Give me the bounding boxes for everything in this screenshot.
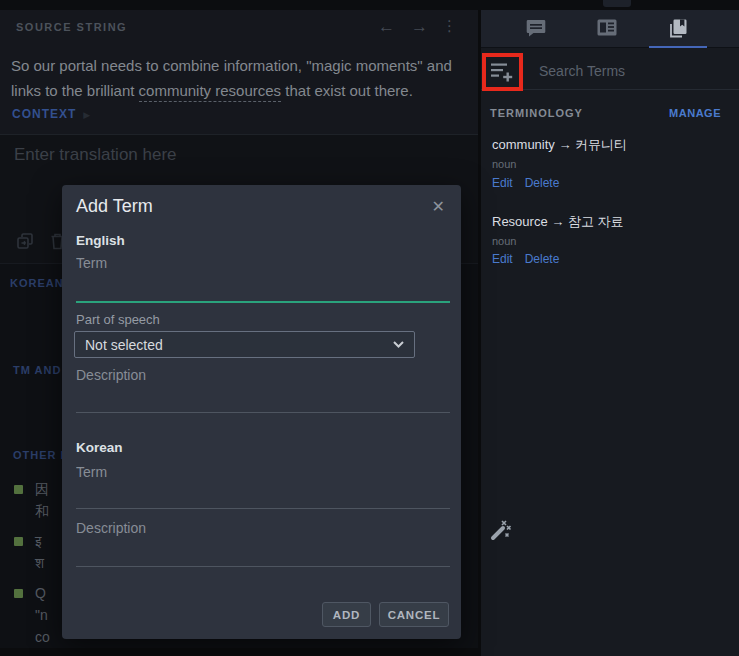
add-button[interactable]: ADD xyxy=(322,602,371,627)
status-square-icon xyxy=(14,589,23,598)
terminology-sidebar: TERMINOLOGY MANAGE community → 커뮤니티 noun… xyxy=(481,10,739,656)
magic-wand-icon[interactable] xyxy=(489,518,512,542)
term-pair: community → 커뮤니티 xyxy=(492,136,627,154)
english-description-input[interactable] xyxy=(76,367,450,383)
add-term-icon[interactable] xyxy=(491,62,515,82)
term-source: Resource xyxy=(492,214,548,229)
manage-link[interactable]: MANAGE xyxy=(669,107,721,119)
add-term-modal: Add Term ✕ English Part of speech Not se… xyxy=(62,185,461,639)
modal-title: Add Term xyxy=(76,196,153,217)
delete-link[interactable]: Delete xyxy=(525,176,560,190)
term-part-of-speech: noun xyxy=(492,235,516,247)
tab-glossary[interactable] xyxy=(663,19,693,41)
top-notch xyxy=(603,0,631,7)
term-actions: EditDelete xyxy=(492,252,571,266)
other-language-text: इ श xyxy=(35,530,44,574)
edit-link[interactable]: Edit xyxy=(492,176,513,190)
term-pair: Resource → 참고 자료 xyxy=(492,213,624,231)
status-square-icon xyxy=(14,537,23,546)
input-underline xyxy=(76,566,450,567)
cancel-button[interactable]: CANCEL xyxy=(379,602,449,627)
article-icon xyxy=(597,19,617,36)
context-label: CONTEXT xyxy=(12,107,76,121)
input-underline xyxy=(76,508,450,509)
source-text-after: that exist out there. xyxy=(281,82,413,99)
close-icon[interactable]: ✕ xyxy=(432,197,445,216)
chevron-down-icon xyxy=(393,341,404,348)
term-actions: EditDelete xyxy=(492,176,571,190)
source-text: So our portal needs to combine informati… xyxy=(11,53,458,103)
term-part-of-speech: noun xyxy=(492,158,516,170)
terminology-header: TERMINOLOGY xyxy=(490,107,583,119)
divider xyxy=(481,89,739,90)
delete-link[interactable]: Delete xyxy=(525,252,560,266)
source-string-label: SOURCE STRING xyxy=(16,21,127,33)
copy-source-icon[interactable] xyxy=(16,232,34,250)
kebab-menu-icon[interactable]: ⋮ xyxy=(442,17,457,35)
active-tab-underline xyxy=(649,46,707,48)
context-toggle[interactable]: CONTEXT▶ xyxy=(12,107,91,121)
arrow-icon: → xyxy=(551,214,564,229)
focused-input-underline xyxy=(76,301,450,303)
input-underline xyxy=(76,412,450,413)
other-language-text: 因 和 xyxy=(35,478,49,522)
term-target: 참고 자료 xyxy=(568,214,624,229)
arrow-icon: → xyxy=(558,137,571,152)
context-arrow-icon: ▶ xyxy=(83,110,91,120)
part-of-speech-select[interactable]: Not selected xyxy=(74,331,415,358)
tab-comments[interactable] xyxy=(521,19,551,41)
term-source: community xyxy=(492,137,555,152)
korean-term-input[interactable] xyxy=(76,464,450,480)
korean-description-input[interactable] xyxy=(76,520,450,536)
term-target: 커뮤니티 xyxy=(575,137,627,152)
search-terms-input[interactable] xyxy=(537,62,711,80)
part-of-speech-value: Not selected xyxy=(85,337,393,353)
status-square-icon xyxy=(14,485,23,494)
comment-icon xyxy=(526,19,546,38)
glossary-book-icon xyxy=(668,19,688,38)
english-section-label: English xyxy=(76,233,125,248)
edit-link[interactable]: Edit xyxy=(492,252,513,266)
sidebar-tabbar xyxy=(481,10,739,48)
source-term-highlight[interactable]: community resources xyxy=(139,82,282,102)
korean-section-label: Korean xyxy=(76,440,123,455)
english-term-input[interactable] xyxy=(76,255,450,271)
tab-activity[interactable] xyxy=(592,19,622,41)
part-of-speech-label: Part of speech xyxy=(76,312,160,327)
divider xyxy=(0,134,478,135)
previous-string-icon[interactable]: ← xyxy=(378,17,395,37)
next-string-icon[interactable]: → xyxy=(411,17,428,37)
other-language-text: Q "n co xyxy=(35,582,50,648)
